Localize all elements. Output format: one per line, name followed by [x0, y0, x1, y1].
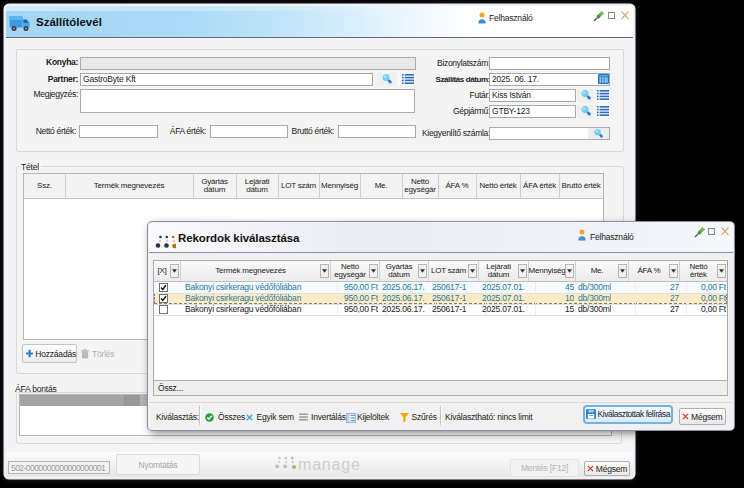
svg-text:manage: manage	[298, 456, 361, 473]
